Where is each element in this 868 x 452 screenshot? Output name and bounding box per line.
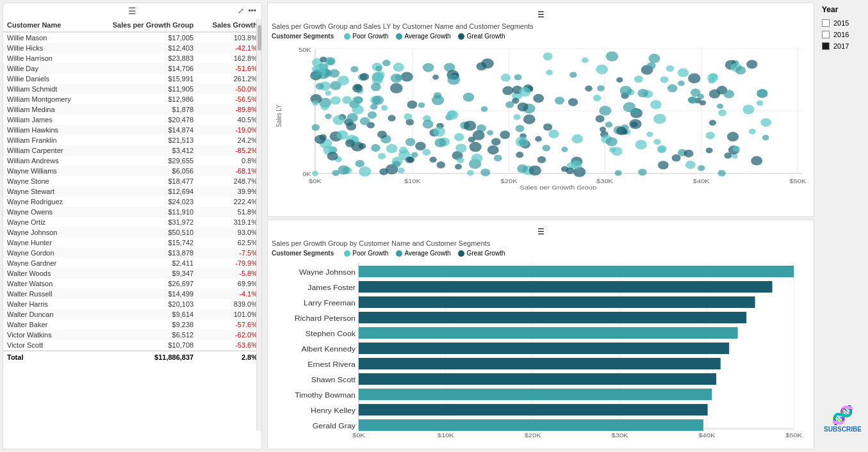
scatter-legend-great[interactable]: Great Growth: [458, 33, 505, 40]
table-row[interactable]: William Medina$1,878-89.8%: [3, 104, 261, 115]
table-row[interactable]: Victor Scott$10,708-53.6%: [3, 340, 261, 351]
bar-average-dot: [396, 250, 402, 257]
svg-point-297: [500, 131, 510, 139]
scatter-legend-poor[interactable]: Poor Growth: [344, 33, 388, 40]
svg-point-26: [548, 130, 559, 138]
year-2016-item[interactable]: 2016: [822, 31, 863, 38]
svg-point-136: [616, 77, 623, 83]
year-2015-item[interactable]: 2015: [822, 19, 863, 27]
svg-point-216: [657, 146, 666, 153]
table-row[interactable]: William Schmidt$11,905-50.0%: [3, 84, 261, 94]
table-row[interactable]: Willie Hicks$12,403-42.1%: [3, 43, 261, 53]
table-row[interactable]: William Hawkins$14,874-19.0%: [3, 125, 261, 135]
svg-point-20: [546, 70, 553, 76]
table-row[interactable]: Walter Woods$9,347-5.8%: [3, 268, 261, 278]
svg-point-142: [352, 96, 363, 104]
table-row[interactable]: Willie Day$14,706-51.6%: [3, 63, 261, 74]
table-row[interactable]: Willie Mason$17,005103.8%: [3, 32, 261, 43]
svg-text:Sales per Growth Group: Sales per Growth Group: [520, 184, 596, 190]
year-2016-checkbox[interactable]: [822, 31, 830, 38]
svg-point-193: [537, 156, 546, 163]
svg-point-237: [571, 134, 583, 143]
table-row[interactable]: Wayne Gardner$2,411-79.9%: [3, 258, 261, 268]
table-row[interactable]: Walter Harris$20,103839.0%: [3, 299, 261, 309]
svg-point-152: [393, 63, 404, 72]
table-row[interactable]: Wayne Hunter$15,74262.5%: [3, 238, 261, 248]
svg-point-222: [434, 138, 446, 147]
svg-rect-334: [359, 419, 703, 431]
table-row[interactable]: Wayne Stone$18,477248.7%: [3, 176, 261, 186]
table-row[interactable]: William James$20,47840.5%: [3, 115, 261, 125]
table-row[interactable]: Willie Daniels$15,991261.2%: [3, 74, 261, 84]
year-2017-checkbox[interactable]: [822, 42, 830, 50]
bar-legend-great[interactable]: Great Growth: [458, 250, 505, 257]
svg-point-231: [359, 166, 371, 177]
svg-point-244: [481, 106, 488, 112]
scrollbar-thumb[interactable]: [258, 25, 261, 51]
table-row[interactable]: William Franklin$21,51324.2%: [3, 135, 261, 145]
bar-chart-panel: ⤢ ••• ☰ Sales per Growth Group by Custom…: [267, 220, 814, 449]
svg-text:$10K: $10K: [438, 432, 454, 439]
bar-poor-label: Poor Growth: [352, 250, 388, 257]
table-row[interactable]: Wayne Johnson$50,51093.0%: [3, 227, 261, 238]
svg-point-279: [520, 87, 531, 97]
table-row[interactable]: Walter Baker$9,238-57.6%: [3, 319, 261, 330]
bar-legend-average[interactable]: Average Growth: [396, 250, 450, 257]
svg-point-224: [637, 89, 648, 97]
scatter-legend-average[interactable]: Average Growth: [396, 33, 450, 40]
svg-text:Ernest Rivera: Ernest Rivera: [307, 361, 356, 368]
year-2017-item[interactable]: 2017: [822, 42, 863, 50]
data-table-container[interactable]: Customer Name Sales per Growth Group Sal…: [3, 19, 261, 449]
svg-point-217: [368, 111, 377, 119]
year-2015-checkbox[interactable]: [822, 19, 830, 27]
table-row[interactable]: William Montgomery$12,986-56.5%: [3, 94, 261, 104]
table-row[interactable]: Wayne Gordon$13,878-7.5%: [3, 248, 261, 258]
hamburger-icon[interactable]: ☰: [128, 6, 136, 16]
svg-point-49: [467, 170, 474, 175]
year-legend: Year 2015 2016 2017 🧬 SUBSCRIBE: [817, 0, 868, 452]
scatter-legend-title: Customer Segments: [272, 33, 334, 40]
svg-text:Richard Peterson: Richard Peterson: [295, 315, 356, 322]
total-sales: $11,886,837: [90, 351, 197, 363]
table-row[interactable]: Walter Russell$14,499-4.1%: [3, 289, 261, 299]
table-row[interactable]: William Carpenter$3,412-85.2%: [3, 145, 261, 156]
scatter-title: Sales per Growth Group and Sales LY by C…: [272, 22, 810, 30]
table-row[interactable]: William Andrews$29,6550.8%: [3, 156, 261, 166]
bar-drag-handle[interactable]: ☰: [272, 224, 810, 239]
right-panel: ⤢ ••• ☰ Sales per Growth Group and Sales…: [265, 0, 817, 452]
svg-point-178: [597, 85, 605, 92]
svg-point-98: [762, 135, 769, 141]
svg-point-41: [706, 132, 715, 140]
subscribe-label[interactable]: SUBSCRIBE: [824, 426, 862, 433]
svg-point-186: [634, 76, 643, 83]
table-row[interactable]: Victor Watkins$6,512-62.0%: [3, 330, 261, 340]
svg-point-242: [523, 115, 536, 124]
svg-point-143: [378, 153, 386, 159]
subscribe-area[interactable]: 🧬 SUBSCRIBE: [824, 405, 862, 433]
svg-point-182: [338, 165, 350, 175]
table-row[interactable]: Walter Duncan$9,614101.0%: [3, 309, 261, 319]
table-row[interactable]: Willie Harrison$23,883162.8%: [3, 53, 261, 63]
table-row[interactable]: Wayne Stewart$12,69439.9%: [3, 186, 261, 197]
svg-text:$20K: $20K: [525, 432, 541, 439]
year-2016-label: 2016: [833, 31, 849, 38]
expand-icon[interactable]: ⤢: [238, 6, 244, 15]
col-customer-name[interactable]: Customer Name: [3, 19, 90, 32]
table-row[interactable]: Wayne Rodriguez$24,023222.4%: [3, 197, 261, 207]
svg-point-212: [691, 88, 701, 97]
scatter-drag-handle[interactable]: ☰: [272, 7, 810, 22]
col-sales-growth-group[interactable]: Sales per Growth Group: [90, 19, 197, 32]
table-row[interactable]: Wayne Owens$11,91051.8%: [3, 207, 261, 217]
svg-point-125: [350, 66, 358, 72]
scatter-hamburger-icon: ☰: [537, 10, 545, 19]
table-row[interactable]: Walter Watson$26,69769.9%: [3, 278, 261, 289]
col-sales-growth[interactable]: Sales Growth: [197, 19, 261, 32]
scrollbar-track[interactable]: [256, 19, 261, 431]
more-icon[interactable]: •••: [248, 6, 256, 15]
bar-legend-poor[interactable]: Poor Growth: [344, 250, 388, 257]
svg-point-296: [606, 137, 618, 146]
table-row[interactable]: Wayne Ortiz$31,972319.1%: [3, 217, 261, 227]
svg-point-290: [708, 77, 716, 84]
table-row[interactable]: Wayne Williams$6,056-68.1%: [3, 166, 261, 176]
svg-point-116: [688, 74, 701, 84]
